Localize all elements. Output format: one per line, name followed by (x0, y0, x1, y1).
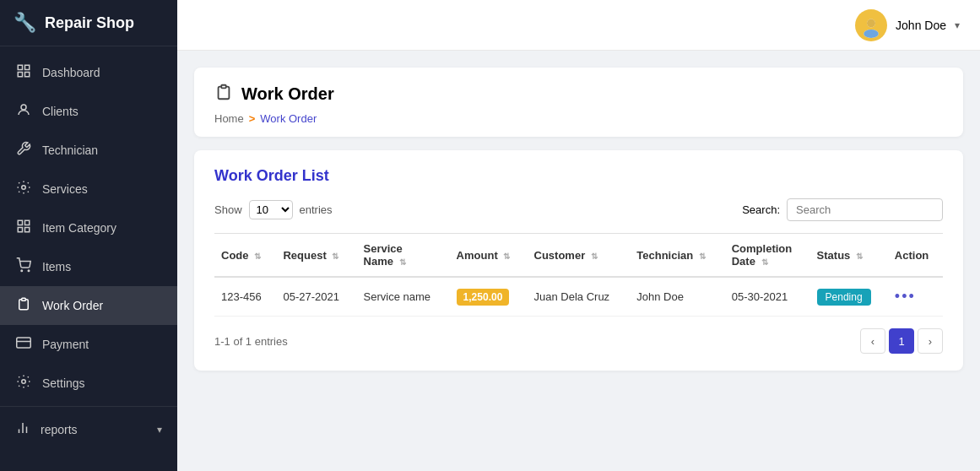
user-name: John Doe (896, 19, 946, 32)
table-body: 123-456 05-27-2021 Service name 1,250.00… (214, 277, 943, 317)
table-controls: Show 10 25 50 100 entries Search: (214, 198, 943, 221)
item-category-icon (15, 219, 32, 237)
svg-rect-12 (22, 298, 26, 300)
col-status[interactable]: Status ⇅ (810, 234, 888, 278)
sidebar-item-dashboard[interactable]: Dashboard (0, 53, 177, 92)
svg-rect-3 (25, 73, 30, 77)
sidebar: 🔧 Repair Shop Dashboard Clients Technici… (0, 0, 177, 471)
cell-customer: Juan Dela Cruz (528, 277, 631, 317)
entries-select[interactable]: 10 25 50 100 (249, 200, 293, 219)
svg-point-4 (21, 105, 26, 110)
sidebar-item-label: Payment (42, 338, 89, 351)
svg-rect-13 (17, 338, 31, 348)
page-header-icon (214, 83, 233, 106)
sort-icon-service-name: ⇅ (399, 257, 406, 267)
table-row: 123-456 05-27-2021 Service name 1,250.00… (214, 277, 943, 317)
reports-icon (15, 420, 30, 438)
svg-rect-8 (18, 228, 22, 232)
col-amount[interactable]: Amount ⇅ (450, 234, 528, 278)
col-customer[interactable]: Customer ⇅ (528, 234, 631, 278)
user-menu[interactable]: John Doe ▾ (855, 9, 960, 41)
svg-point-22 (864, 30, 879, 38)
amount-badge: 1,250.00 (457, 289, 510, 306)
svg-rect-6 (18, 220, 22, 225)
clients-icon (15, 102, 32, 121)
breadcrumb-home[interactable]: Home (214, 112, 244, 125)
sidebar-item-settings[interactable]: Settings (0, 364, 177, 403)
sidebar-item-items[interactable]: Items (0, 247, 177, 286)
items-icon (15, 257, 32, 276)
col-code[interactable]: Code ⇅ (214, 234, 276, 278)
page-area: Work Order Home > Work Order Work Order … (177, 51, 980, 471)
entries-info: 1-1 of 1 entries (214, 335, 288, 348)
sidebar-item-item-category[interactable]: Item Category (0, 208, 177, 247)
reports-chevron-icon: ▾ (157, 424, 162, 436)
pagination-page-1[interactable]: 1 (889, 328, 914, 354)
sort-icon-completion-date: ⇅ (761, 257, 768, 267)
svg-point-10 (21, 270, 23, 272)
table-header: Code ⇅ Request ⇅ ServiceName ⇅ Amount (214, 234, 943, 278)
status-badge: Pending (817, 289, 871, 306)
work-order-list-card: Work Order List Show 10 25 50 100 entrie… (194, 150, 963, 371)
sort-icon-amount: ⇅ (503, 252, 510, 261)
sidebar-item-label: Work Order (42, 299, 103, 312)
cell-technician: John Doe (630, 277, 724, 317)
col-request[interactable]: Request ⇅ (276, 234, 356, 278)
svg-point-21 (867, 19, 875, 27)
cell-request: 05-27-2021 (276, 277, 356, 317)
pagination-prev[interactable]: ‹ (860, 328, 885, 354)
cell-completion-date: 05-30-2021 (725, 277, 810, 317)
sidebar-divider (0, 406, 177, 407)
cell-action[interactable]: ••• (888, 277, 943, 317)
svg-rect-2 (18, 73, 22, 77)
cell-code: 123-456 (214, 277, 276, 317)
sidebar-item-reports[interactable]: reports ▾ (0, 410, 177, 448)
user-chevron-icon: ▾ (955, 19, 960, 31)
sidebar-nav: Dashboard Clients Technician Services It… (0, 46, 177, 471)
brand-name: Repair Shop (45, 14, 134, 32)
pagination-next[interactable]: › (918, 328, 943, 354)
cell-status: Pending (810, 277, 888, 317)
sidebar-item-work-order[interactable]: Work Order (0, 286, 177, 325)
show-label: Show (214, 203, 242, 216)
svg-point-11 (28, 270, 30, 272)
search-input[interactable] (787, 198, 943, 221)
sidebar-item-label: Dashboard (42, 66, 100, 79)
brand-icon: 🔧 (14, 12, 36, 34)
breadcrumb: Home > Work Order (214, 112, 943, 125)
sort-icon-customer: ⇅ (591, 252, 598, 261)
sidebar-item-technician[interactable]: Technician (0, 131, 177, 170)
page-title: Work Order (241, 84, 334, 104)
services-icon (15, 180, 32, 198)
search-label: Search: (742, 203, 780, 216)
main-content: John Doe ▾ Work Order Home > Work Order … (177, 0, 980, 471)
svg-rect-23 (221, 85, 226, 89)
col-technician[interactable]: Technician ⇅ (630, 234, 724, 278)
svg-rect-9 (25, 228, 30, 232)
sidebar-item-clients[interactable]: Clients (0, 92, 177, 131)
settings-icon (15, 374, 32, 392)
search-group: Search: (742, 198, 943, 221)
sidebar-brand[interactable]: 🔧 Repair Shop (0, 0, 177, 46)
col-completion-date[interactable]: CompletionDate ⇅ (725, 234, 810, 278)
action-menu-button[interactable]: ••• (895, 288, 916, 305)
sidebar-item-label: Item Category (42, 221, 116, 235)
sidebar-item-label: Clients (42, 105, 79, 118)
col-service-name[interactable]: ServiceName ⇅ (357, 234, 450, 278)
page-title-row: Work Order (214, 83, 943, 106)
svg-point-15 (22, 380, 26, 384)
technician-icon (15, 141, 32, 160)
entries-label: entries (300, 203, 333, 216)
sidebar-item-label: Services (42, 182, 88, 196)
sort-icon-code: ⇅ (254, 252, 261, 261)
cell-amount: 1,250.00 (450, 277, 528, 317)
reports-label: reports (41, 423, 78, 436)
breadcrumb-separator: > (249, 112, 256, 125)
payment-icon (15, 335, 32, 354)
dashboard-icon (15, 63, 32, 82)
sidebar-item-services[interactable]: Services (0, 170, 177, 208)
sort-icon-request: ⇅ (332, 252, 338, 261)
sidebar-item-payment[interactable]: Payment (0, 325, 177, 364)
svg-point-5 (22, 186, 26, 190)
cell-service-name: Service name (357, 277, 450, 317)
